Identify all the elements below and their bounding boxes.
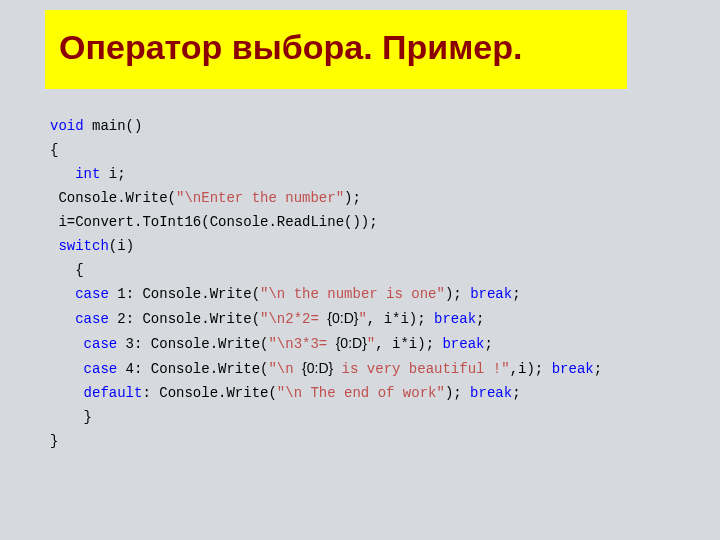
code-line-14: }	[50, 429, 720, 453]
code-line-1: void main()	[50, 114, 720, 138]
title-box: Оператор выбора. Пример.	[45, 10, 627, 89]
keyword-break: break	[470, 385, 512, 401]
format-spec: {0:D}	[302, 360, 333, 376]
code-block: void main() { int i; Console.Write("\nEn…	[50, 114, 720, 453]
code-line-13: }	[50, 405, 720, 429]
code-line-2: {	[50, 138, 720, 162]
keyword-break: break	[470, 286, 512, 302]
keyword-break: break	[552, 361, 594, 377]
keyword-case: case	[84, 336, 118, 352]
code-line-6: switch(i)	[50, 234, 720, 258]
code-line-12: default: Console.Write("\n The end of wo…	[50, 381, 720, 405]
slide: Оператор выбора. Пример. void main() { i…	[0, 10, 720, 540]
code-line-5: i=Convert.ToInt16(Console.ReadLine());	[50, 210, 720, 234]
code-line-7: {	[50, 258, 720, 282]
format-spec: {0:D}	[327, 310, 358, 326]
code-line-4: Console.Write("\nEnter the number");	[50, 186, 720, 210]
keyword-case: case	[75, 311, 109, 327]
keyword-default: default	[84, 385, 143, 401]
code-line-3: int i;	[50, 162, 720, 186]
code-line-10: case 3: Console.Write("\n3*3= {0:D}", i*…	[50, 331, 720, 356]
keyword-int: int	[50, 166, 100, 182]
code-line-11: case 4: Console.Write("\n {0:D} is very …	[50, 356, 720, 381]
code-line-9: case 2: Console.Write("\n2*2= {0:D}", i*…	[50, 306, 720, 331]
code-line-8: case 1: Console.Write("\n the number is …	[50, 282, 720, 306]
keyword-break: break	[434, 311, 476, 327]
keyword-void: void	[50, 118, 84, 134]
keyword-case: case	[84, 361, 118, 377]
format-spec: {0:D}	[336, 335, 367, 351]
string-literal: \nEnter the number"	[184, 190, 344, 206]
slide-title: Оператор выбора. Пример.	[59, 28, 613, 67]
keyword-case: case	[75, 286, 109, 302]
keyword-break: break	[442, 336, 484, 352]
keyword-switch: switch	[58, 238, 108, 254]
